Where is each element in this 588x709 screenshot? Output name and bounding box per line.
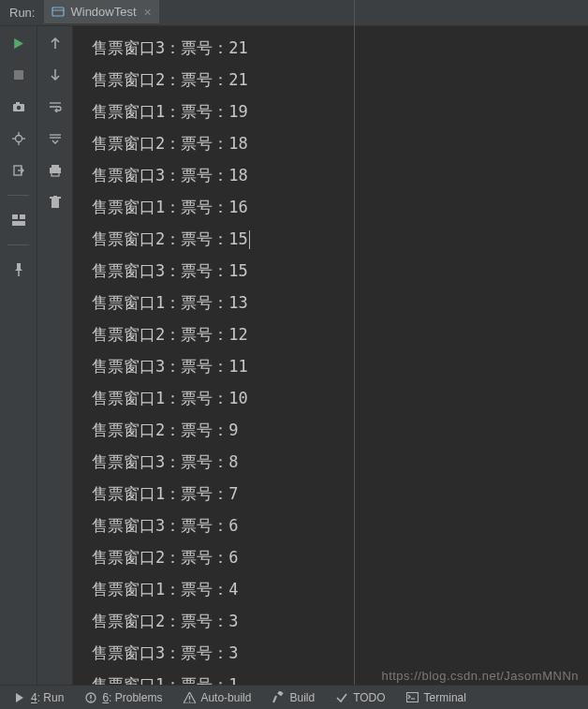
sb-problems[interactable]: 6: Problems (77, 691, 169, 704)
svg-rect-38 (407, 693, 419, 702)
svg-point-5 (16, 106, 20, 110)
warning-icon (183, 691, 196, 704)
console-line: 售票窗口3：票号：18 (92, 159, 588, 191)
console-line: 售票窗口3：票号：11 (92, 350, 588, 382)
svg-marker-2 (14, 38, 23, 49)
up-arrow-icon[interactable] (48, 36, 63, 51)
console-line: 售票窗口3：票号：8 (92, 446, 588, 478)
sb-autobuild[interactable]: Auto-build (175, 691, 258, 704)
play-icon (13, 691, 26, 704)
sb-todo[interactable]: TODO (328, 691, 392, 704)
terminal-icon (406, 691, 419, 704)
svg-rect-26 (51, 199, 59, 208)
svg-marker-16 (15, 263, 22, 271)
sb-build[interactable]: Build (264, 691, 322, 704)
sb-run[interactable]: 4: Run (6, 691, 71, 704)
svg-rect-36 (277, 691, 283, 696)
console-line: 售票窗口3：票号：6 (92, 510, 588, 541)
svg-rect-27 (50, 197, 61, 199)
console-line: 售票窗口2：票号：12 (92, 318, 588, 350)
close-icon[interactable]: × (144, 5, 152, 20)
console-line: 售票窗口3：票号：21 (92, 32, 588, 64)
console-line: 售票窗口2：票号：9 (92, 414, 588, 446)
console-line: 售票窗口2：票号：18 (92, 127, 588, 159)
check-icon (335, 691, 348, 704)
pin-icon[interactable] (11, 262, 26, 277)
sb-build-label: Build (289, 691, 315, 704)
vertical-divider (354, 0, 355, 685)
main-area: 售票窗口3：票号：21售票窗口2：票号：21售票窗口1：票号：19售票窗口2：票… (0, 26, 588, 685)
console-line: 售票窗口2：票号：3 (92, 605, 588, 637)
sb-terminal[interactable]: Terminal (399, 691, 474, 704)
sb-problems-label: 6: Problems (102, 691, 162, 704)
svg-rect-0 (52, 7, 64, 16)
info-icon (84, 691, 97, 704)
scroll-end-icon[interactable] (48, 131, 63, 146)
svg-rect-13 (12, 214, 18, 219)
run-toolbar-secondary (37, 26, 73, 685)
svg-point-32 (91, 700, 93, 702)
console-output[interactable]: 售票窗口3：票号：21售票窗口2：票号：21售票窗口1：票号：19售票窗口2：票… (73, 26, 588, 685)
svg-rect-15 (12, 221, 25, 226)
debug-icon[interactable] (11, 131, 26, 146)
run-toolbar-primary (0, 26, 37, 685)
svg-rect-23 (51, 165, 59, 168)
divider (7, 195, 29, 196)
text-caret (249, 230, 250, 249)
console-line: 售票窗口1：票号：19 (92, 96, 588, 127)
console-line: 售票窗口1：票号：13 (92, 287, 588, 318)
svg-rect-28 (53, 196, 57, 197)
soft-wrap-icon[interactable] (48, 99, 63, 114)
svg-line-37 (273, 696, 276, 702)
svg-marker-29 (16, 693, 23, 702)
sb-autobuild-label: Auto-build (200, 691, 251, 704)
run-header: Run: WindowTest × (0, 0, 588, 26)
statusbar: 4: Run 6: Problems Auto-build Build TODO… (0, 685, 588, 709)
camera-icon[interactable] (11, 99, 26, 114)
stop-icon[interactable] (11, 67, 26, 82)
console-line: 售票窗口2：票号：21 (92, 64, 588, 96)
sb-todo-label: TODO (353, 691, 385, 704)
console-line: 售票窗口1：票号：4 (92, 573, 588, 605)
svg-rect-6 (16, 102, 20, 105)
rerun-icon[interactable] (11, 36, 26, 51)
run-tab[interactable]: WindowTest × (44, 0, 158, 25)
console-line: 售票窗口3：票号：15 (92, 255, 588, 287)
exit-icon[interactable] (11, 163, 26, 178)
console-line: 售票窗口1：票号：7 (92, 478, 588, 510)
console-line: 售票窗口3：票号：3 (92, 637, 588, 669)
print-icon[interactable] (48, 163, 63, 178)
console-line: 售票窗口1：票号：10 (92, 382, 588, 414)
run-label: Run: (0, 6, 44, 20)
svg-point-35 (189, 701, 190, 702)
tab-title: WindowTest (70, 5, 136, 19)
hammer-icon (272, 691, 285, 704)
svg-point-7 (15, 136, 22, 142)
divider (7, 244, 29, 245)
console-line: 售票窗口1：票号：16 (92, 191, 588, 223)
svg-rect-3 (14, 70, 23, 80)
trash-icon[interactable] (48, 195, 63, 210)
console-line: 售票窗口2：票号：15 (92, 223, 588, 255)
app-icon (51, 6, 65, 19)
sb-terminal-label: Terminal (424, 691, 466, 704)
console-line: 售票窗口1：票号：1 (92, 669, 588, 685)
layout-icon[interactable] (11, 213, 26, 228)
down-arrow-icon[interactable] (48, 67, 63, 82)
svg-rect-14 (20, 214, 25, 219)
sb-run-label: 4: Run (31, 691, 64, 704)
console-line: 售票窗口2：票号：6 (92, 541, 588, 573)
